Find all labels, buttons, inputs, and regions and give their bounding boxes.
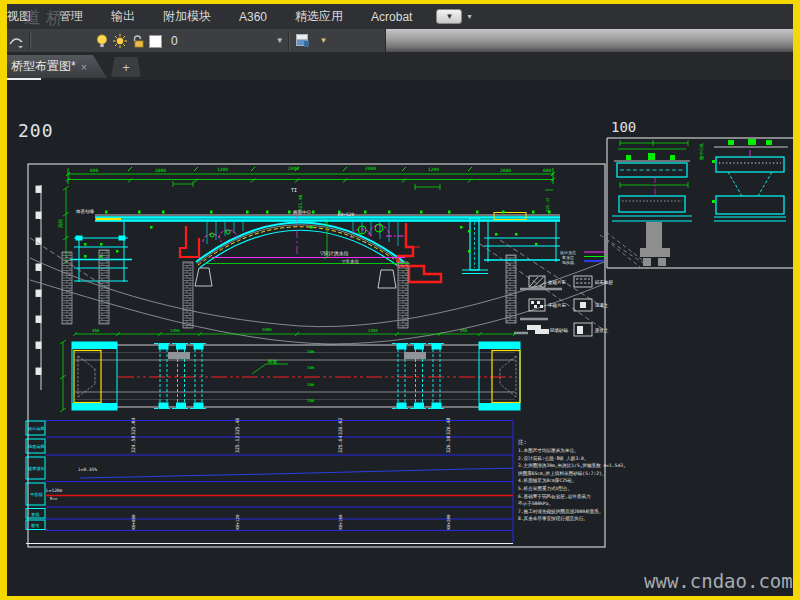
yellow-frame-left [0, 0, 7, 600]
center-mark: TI [291, 187, 297, 193]
new-tab-button[interactable]: + [111, 57, 141, 77]
model-space-canvas[interactable]: 200 100 高程 [7, 80, 793, 596]
xsec3-deck [716, 157, 784, 172]
masonry-piles [62, 250, 516, 328]
plan-span-label: 16m [307, 382, 315, 387]
elevation-scale-label: 200 [18, 120, 54, 141]
plan-leader-label: 桥墩 [268, 359, 278, 365]
plan-view: 450 1450 2000 1450 450 [60, 327, 520, 412]
note-line: 6.基础置于弱风化岩层,容许承载力 [518, 493, 591, 500]
note-line: 1.本图尺寸均以厘米为单位。 [518, 448, 579, 454]
section-scale-label: 100 [611, 119, 636, 135]
layer-dropdown-icon[interactable]: ▼ [276, 36, 284, 45]
top-dim-chain: 600 2000 1200 2000 2000 1200 2000 600 [66, 166, 555, 185]
menu-a360[interactable]: A360 [225, 10, 281, 24]
grade-label: i=0.35% [78, 467, 97, 472]
plan-dim-text: 2000 [262, 327, 272, 332]
deck-label-left: 路基挡墙 [76, 209, 95, 214]
dim-text: 1200 [217, 167, 228, 172]
legend: 设计水位 常水位 地质线 浆砌片石 碎石垫层 干砌片石 [514, 250, 614, 336]
svg-text:K0+160: K0+160 [338, 514, 343, 530]
profile-table: 设计高程 地面高程 坡度坡长 平曲线 直线 桩号 325.04 325.46 3… [26, 418, 513, 544]
yellow-frame-right [793, 0, 800, 600]
plan-pier-1 [154, 343, 206, 409]
plan-right-abutment [479, 342, 520, 410]
curve-label: R=∞ [50, 496, 58, 501]
yellow-frame-top [0, 0, 800, 4]
xsec-vtext: 墩中心线 [699, 142, 705, 161]
ribbon-minimize-button[interactable]: ▼ ▾ [436, 9, 471, 24]
ribbon-minimize-icon: ▼ [436, 9, 462, 24]
left-dim-text: 高程 [58, 219, 63, 229]
plan-span-label: 16m [307, 365, 315, 370]
arch-axis-yellow-dashed [198, 227, 402, 265]
xsec1-dims [618, 140, 688, 149]
plan-deck-edges [75, 345, 515, 407]
ground-elevation-values: 324.58 325.12 325.64 326.10 [131, 436, 451, 453]
toolbar-separator [29, 32, 31, 50]
svg-text:325.04: 325.04 [131, 418, 136, 435]
cross-section-panel: 墩中心线 [600, 139, 788, 267]
tab-close-icon[interactable]: × [81, 61, 87, 73]
dim-text: 2000 [288, 166, 299, 171]
left-arch-abutment-red [180, 226, 199, 257]
main-arch [196, 223, 404, 268]
layer-freeze-sun-icon[interactable] [111, 32, 129, 50]
plan-left-vdim [60, 340, 66, 412]
drawing-tab-active[interactable]: 桥型布置图* × [7, 55, 107, 78]
draw-order-icon[interactable] [7, 32, 25, 50]
ground-profile-lines [30, 238, 604, 344]
layer-on-bulb-icon[interactable] [93, 32, 111, 50]
elevation-ruler [36, 185, 41, 390]
svg-text:K0+120: K0+120 [235, 514, 240, 530]
note-line: 4.桥面铺装为8cm厚C25砼。 [518, 477, 577, 484]
right-approach-structure [484, 222, 560, 262]
xsec2-deck [619, 196, 685, 212]
current-layer-name: 0 [171, 34, 178, 48]
secondary-dims [173, 181, 553, 190]
dim-text: 2000 [500, 168, 511, 173]
menu-acrobat[interactable]: Acrobat [357, 10, 426, 24]
center-deck-label: 桥面中心 [293, 209, 312, 215]
legend-item-label: 碎石垫层 [594, 279, 614, 285]
bridge-deck [95, 213, 560, 222]
yellow-frame-bottom [0, 596, 800, 600]
legend-item-label: 浆砌片石 [548, 279, 567, 286]
row-header: 直线 [31, 512, 40, 517]
menu-featured-apps[interactable]: 精选应用 [281, 8, 357, 25]
legend-item-label: 原状土 [595, 328, 609, 333]
note-line: 不小于500kPa。 [518, 500, 553, 506]
toolbar-separator [288, 32, 290, 50]
layer-color-swatch[interactable] [147, 32, 165, 50]
menu-output[interactable]: 输出 [97, 8, 149, 25]
plan-span-label: 16m [307, 398, 315, 403]
toolbar-overflow-chevron-icon[interactable]: ▼ [320, 36, 328, 45]
dim-text: 600 [90, 168, 98, 173]
curve-label: L=120m [46, 488, 63, 493]
dim-text: 2000 [365, 166, 376, 171]
legend-item-label: 干砌片石 [548, 302, 567, 309]
menu-view[interactable]: 视图 [7, 8, 45, 25]
layer-unlock-icon[interactable] [129, 32, 147, 50]
note-line: 2.设计荷载:公路-Ⅱ级 人群3.0。 [518, 455, 588, 461]
plan-pier-2 [392, 343, 444, 409]
bridge-drawing: 200 100 高程 [7, 80, 793, 596]
svg-text:K0+200: K0+200 [446, 514, 451, 530]
menu-manage[interactable]: 管理 [45, 8, 97, 25]
water-level-label: ▽常水位 [342, 259, 359, 264]
svg-text:325.64: 325.64 [338, 436, 343, 453]
menu-addins[interactable]: 附加模块 [149, 8, 225, 25]
note-line: 8.其余未尽事宜按现行规范执行。 [518, 515, 588, 522]
notes-title: 注: [518, 439, 527, 445]
chainage-values: K0+080 K0+120 K0+160 K0+200 [131, 514, 451, 530]
grade-profile-line [80, 468, 513, 478]
deck-label-right: K0+520 [338, 212, 355, 217]
note-line: 3.主拱圈净跨20m,矢跨比1/5,拱轴系数 m=1.543, [518, 462, 626, 469]
plan-leader-line [252, 364, 288, 374]
layer-properties-icon[interactable] [294, 32, 312, 50]
legend-item-label: 回填砂砾 [550, 327, 569, 333]
svg-text:326.48: 326.48 [446, 418, 451, 435]
legend-blob [527, 325, 549, 334]
row-header: 坡度坡长 [27, 466, 46, 471]
dim-text: 600 [543, 168, 551, 173]
